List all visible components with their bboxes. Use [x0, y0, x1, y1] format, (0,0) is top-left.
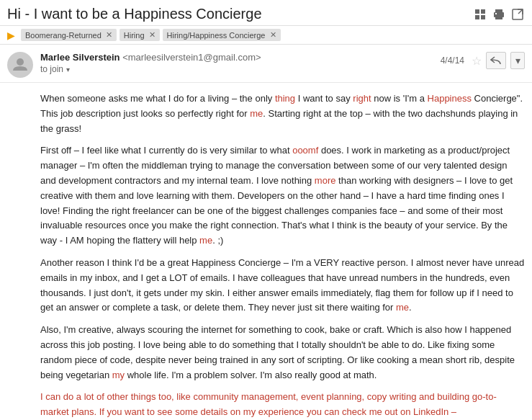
sender-email: <marleesilverstein1@gmail.com> — [122, 52, 261, 63]
to-join: to join ▾ — [40, 64, 441, 74]
tab-hiring-happiness[interactable]: Hiring/Happiness Concierge ✕ — [163, 29, 281, 41]
reply-button[interactable] — [486, 52, 506, 69]
message-body: When someone asks me what I do for a liv… — [0, 83, 532, 420]
body-paragraph-4: Also, I'm creative, always scouring the … — [40, 323, 525, 383]
avatar — [7, 52, 33, 78]
svg-rect-1 — [481, 9, 485, 14]
svg-rect-2 — [475, 15, 479, 19]
svg-rect-3 — [481, 15, 485, 19]
tabs-row: ▶ Boomerang-Returned ✕ Hiring ✕ Hiring/H… — [0, 26, 532, 45]
message-actions: 4/4/14 ☆ ▾ — [441, 52, 525, 69]
tab-hiring-happiness-label: Hiring/Happiness Concierge — [167, 31, 266, 40]
svg-line-9 — [518, 9, 523, 14]
body-paragraph-1: When someone asks me what I do for a liv… — [40, 91, 525, 136]
folder-icon: ▶ — [7, 30, 15, 41]
star-icon[interactable]: ☆ — [472, 54, 482, 68]
email-subject: Hi - I want to be a Happiness Concierge — [7, 6, 473, 22]
svg-rect-6 — [495, 15, 502, 19]
body-paragraph-3: Another reason I think I'd be a great Ha… — [40, 256, 525, 316]
sender-name: Marlee Silverstein — [40, 52, 120, 63]
icon-grid[interactable] — [473, 7, 487, 22]
svg-rect-4 — [495, 9, 502, 12]
message-header: Marlee Silverstein <marleesilverstein1@g… — [0, 45, 532, 83]
tab-hiring-happiness-close[interactable]: ✕ — [270, 30, 276, 40]
tab-boomerang-close[interactable]: ✕ — [106, 30, 112, 40]
new-window-icon[interactable] — [510, 7, 525, 22]
to-join-dropdown[interactable]: ▾ — [66, 66, 70, 73]
svg-rect-7 — [495, 13, 497, 14]
body-paragraph-5: I can do a lot of other things too, like… — [40, 390, 525, 420]
tab-boomerang-label: Boomerang-Returned — [25, 31, 102, 40]
tab-hiring-close[interactable]: ✕ — [149, 30, 155, 40]
tab-hiring-label: Hiring — [124, 31, 145, 40]
body-paragraph-2: First off – I feel like what I currently… — [40, 143, 525, 249]
tab-hiring[interactable]: Hiring ✕ — [120, 29, 160, 41]
svg-point-10 — [17, 58, 24, 66]
message-date: 4/4/14 — [441, 55, 464, 66]
more-options-button[interactable]: ▾ — [510, 52, 525, 69]
print-icon[interactable] — [492, 7, 506, 22]
tab-boomerang[interactable]: Boomerang-Returned ✕ — [21, 29, 117, 41]
svg-rect-0 — [475, 9, 479, 14]
sender-info: Marlee Silverstein <marleesilverstein1@g… — [40, 52, 441, 74]
